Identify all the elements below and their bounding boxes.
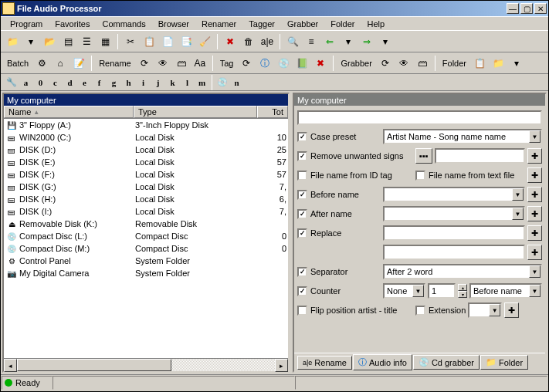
preview-input[interactable] xyxy=(297,110,542,125)
add-button-3[interactable]: ✚ xyxy=(527,187,542,202)
menu-program[interactable]: Program xyxy=(4,18,49,29)
counter-pos-combo[interactable]: Before name▼ xyxy=(469,283,542,299)
menu-browser[interactable]: Browser xyxy=(152,18,195,29)
before-name-checkbox[interactable] xyxy=(297,190,307,200)
trash-icon[interactable]: 🗑 xyxy=(240,33,257,50)
table-row[interactable]: 🖴DISK (E:)Local Disk57 xyxy=(4,156,288,168)
open-folder-icon[interactable]: 📂 xyxy=(41,33,58,50)
alpha-m[interactable]: m xyxy=(195,76,209,89)
grabber-db-icon[interactable]: 🗃 xyxy=(414,55,431,72)
after-name-combo[interactable]: ▼ xyxy=(383,206,525,221)
table-row[interactable]: 💿Compact Disc (L:)Compact Disc0 xyxy=(4,230,288,242)
grabber-run-icon[interactable]: ⟳ xyxy=(377,55,394,72)
tab-cd-grabber[interactable]: 💿Cd grabber xyxy=(413,355,480,370)
cleanup-icon[interactable]: 🧹 xyxy=(196,33,213,50)
rename-db-icon[interactable]: 🗃 xyxy=(173,55,190,72)
col-name[interactable]: Name▲ xyxy=(4,106,134,118)
table-row[interactable]: 🖴DISK (I:)Local Disk7, xyxy=(4,205,288,218)
folder-copy-icon[interactable]: 📋 xyxy=(471,55,488,72)
table-row[interactable]: 🖴DISK (G:)Local Disk7, xyxy=(4,181,288,193)
replace-to-combo[interactable] xyxy=(383,245,525,260)
remove-unwanted-checkbox[interactable] xyxy=(297,151,307,161)
delete-icon[interactable]: ✖ xyxy=(222,33,239,50)
add-button-2[interactable]: ✚ xyxy=(527,167,542,183)
alpha-c[interactable]: c xyxy=(48,76,63,89)
menu-favorites[interactable]: Favorites xyxy=(49,18,96,29)
list2-icon[interactable]: ≡ xyxy=(303,33,320,50)
tag-book-icon[interactable]: 📗 xyxy=(293,55,310,72)
counter-spinner[interactable]: ▴▾ xyxy=(458,284,467,298)
alpha-g[interactable]: g xyxy=(107,76,121,89)
alpha-k[interactable]: k xyxy=(165,76,180,89)
tag-apply-icon[interactable]: ⟳ xyxy=(238,55,255,72)
separator-checkbox[interactable] xyxy=(297,267,307,277)
alpha-h[interactable]: h xyxy=(121,76,136,89)
alpha-l[interactable]: l xyxy=(180,76,195,89)
text-file-checkbox[interactable] xyxy=(415,171,425,181)
alpha-j[interactable]: j xyxy=(151,76,165,89)
alpha-a[interactable]: a xyxy=(19,76,33,89)
alpha-tools-icon[interactable]: 🔧 xyxy=(4,76,19,89)
menu-commands[interactable]: Commands xyxy=(96,18,151,29)
chevron-down-icon[interactable]: ▼ xyxy=(529,130,541,143)
close-button[interactable]: ✕ xyxy=(534,3,547,14)
forward-dropdown-icon[interactable]: ▾ xyxy=(377,33,394,50)
table-row[interactable]: 💿Compact Disc (M:)Compact Disc0 xyxy=(4,242,288,255)
table-row[interactable]: 🖴DISK (H:)Local Disk6, xyxy=(4,193,288,205)
menu-renamer[interactable]: Renamer xyxy=(195,18,242,29)
table-row[interactable]: 📷My Digital CameraSystem Folder xyxy=(4,267,288,279)
separator-combo[interactable]: After 2 word▼ xyxy=(383,264,542,279)
add-button-4[interactable]: ✚ xyxy=(527,206,542,221)
menu-tagger[interactable]: Tagger xyxy=(242,18,281,29)
replace-from-combo[interactable] xyxy=(383,225,525,241)
menu-grabber[interactable]: Grabber xyxy=(281,18,324,29)
case-preset-checkbox[interactable] xyxy=(297,132,307,142)
rename-preview-icon[interactable]: 👁 xyxy=(154,55,171,72)
tag-info-icon[interactable]: ⓘ xyxy=(256,55,273,72)
maximize-button[interactable]: ▢ xyxy=(520,3,533,14)
before-name-combo[interactable]: ▼ xyxy=(383,187,525,202)
after-name-checkbox[interactable] xyxy=(297,209,307,219)
batch-run-icon[interactable]: ⚙ xyxy=(33,55,50,72)
binoculars-icon[interactable]: 🔍 xyxy=(284,33,301,50)
alpha-f[interactable]: f xyxy=(92,76,107,89)
batch-home-icon[interactable]: ⌂ xyxy=(52,55,69,72)
add-button-1[interactable]: ✚ xyxy=(527,148,542,164)
counter-checkbox[interactable] xyxy=(297,286,307,296)
tab-audio-info[interactable]: ⓘAudio info xyxy=(353,354,412,370)
tree-icon[interactable]: ▤ xyxy=(59,33,76,50)
table-row[interactable]: 🖴WIN2000 (C:)Local Disk10 xyxy=(4,131,288,144)
add-button-6[interactable]: ✚ xyxy=(527,245,542,260)
grabber-view-icon[interactable]: 👁 xyxy=(395,55,412,72)
scroll-left-icon[interactable]: ◂ xyxy=(4,359,17,372)
minimize-button[interactable]: — xyxy=(507,3,519,14)
col-total[interactable]: Tot xyxy=(257,106,288,118)
table-row[interactable]: ⏏Removable Disk (K:)Removable Disk xyxy=(4,218,288,230)
rename-apply-icon[interactable]: ⟳ xyxy=(136,55,153,72)
extension-checkbox[interactable] xyxy=(415,306,425,316)
copy-icon[interactable]: 📋 xyxy=(141,33,158,50)
add-button-5[interactable]: ✚ xyxy=(527,225,542,241)
details-icon[interactable]: ▦ xyxy=(97,33,114,50)
rename-text-icon[interactable]: a|e xyxy=(259,33,276,50)
menu-folder[interactable]: Folder xyxy=(324,18,361,29)
scroll-right-icon[interactable]: ▸ xyxy=(275,359,288,372)
tag-disc-icon[interactable]: 💿 xyxy=(275,55,292,72)
case-preset-combo[interactable]: Artist Name - Song name name▼ xyxy=(383,129,542,144)
back-dropdown-icon[interactable]: ▾ xyxy=(340,33,357,50)
back-arrow-icon[interactable]: ⇐ xyxy=(321,33,338,50)
list-body[interactable]: 💾3" Floppy (A:)3"-Inch Floppy Disk🖴WIN20… xyxy=(4,119,288,358)
table-row[interactable]: ⚙Control PanelSystem Folder xyxy=(4,255,288,267)
id-tag-checkbox[interactable] xyxy=(297,171,307,181)
rename-case-icon[interactable]: Aa xyxy=(191,55,208,72)
alpha-e[interactable]: e xyxy=(77,76,92,89)
tab-rename[interactable]: a|eRename xyxy=(297,356,352,370)
table-row[interactable]: 💾3" Floppy (A:)3"-Inch Floppy Disk xyxy=(4,119,288,131)
paste2-icon[interactable]: 📑 xyxy=(178,33,195,50)
extension-combo[interactable]: ▼ xyxy=(468,302,502,318)
cut-icon[interactable]: ✂ xyxy=(122,33,139,50)
menu-help[interactable]: Help xyxy=(361,18,391,29)
tab-folder[interactable]: 📁Folder xyxy=(480,355,528,370)
table-row[interactable]: 🖴DISK (F:)Local Disk57 xyxy=(4,168,288,181)
scrollbar-horizontal[interactable]: ◂ ▸ xyxy=(4,358,288,371)
